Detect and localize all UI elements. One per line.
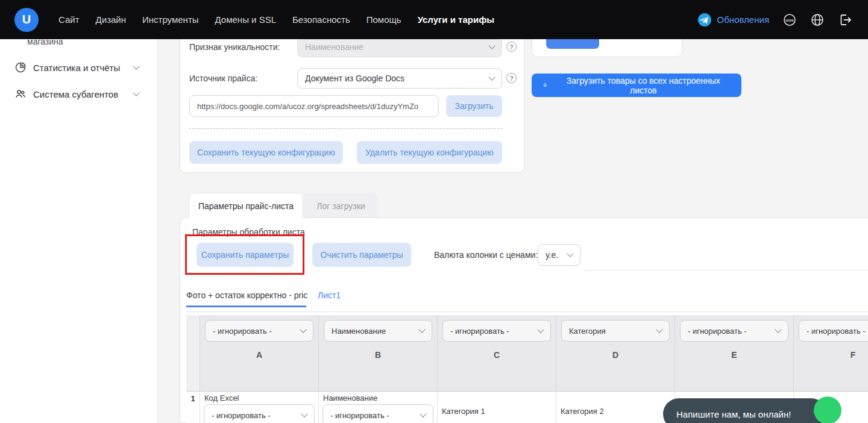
- mapping-value: Категория: [569, 327, 606, 336]
- chevron-down-icon: [418, 326, 425, 333]
- table-cell-d1: Категория 2: [556, 392, 675, 423]
- chat-message: Напишите нам, мы онлайн!: [676, 409, 791, 419]
- row-number-cell: 1: [186, 392, 200, 423]
- clear-params-button[interactable]: Очистить параметры: [312, 243, 411, 267]
- chevron-down-icon: [488, 42, 495, 49]
- header-grid-line: [186, 391, 868, 392]
- column-letter: B: [319, 350, 437, 360]
- column-letter: C: [438, 350, 556, 360]
- cell-text: Категория 2: [561, 407, 604, 416]
- row-number-header: [186, 315, 200, 391]
- chevron-down-icon: [301, 410, 307, 417]
- sidebar-item-label: Система субагентов: [33, 89, 118, 99]
- cell-mapping-select-a1[interactable]: - игнорировать -: [204, 404, 315, 423]
- toolbar-divider: [585, 270, 868, 271]
- chevron-down-icon: [133, 63, 139, 69]
- globe-icon[interactable]: [810, 13, 825, 27]
- column-header-a: - игнорировать - A: [200, 315, 319, 391]
- cell-text: Категория 1: [442, 407, 485, 416]
- pie-chart-icon: [14, 61, 27, 74]
- chevron-down-icon: [537, 326, 544, 333]
- column-letter: E: [675, 350, 793, 360]
- cell-mapping-select-b1[interactable]: - игнорировать -: [322, 404, 433, 423]
- table-cell-c1: Категория 1: [438, 392, 556, 423]
- sidebar-item-subagents[interactable]: Система субагентов: [0, 82, 157, 106]
- delete-config-button[interactable]: Удалить текущую конфигурацию: [357, 141, 502, 164]
- annotation-highlight: [185, 234, 304, 275]
- column-mapping-select-c[interactable]: - игнорировать -: [442, 320, 551, 342]
- mapping-value: - игнорировать -: [450, 327, 509, 336]
- chevron-down-icon: [420, 410, 426, 417]
- sidebar-item-label: Статистика и отчёты: [33, 63, 120, 73]
- ucoz-logo-icon[interactable]: U: [14, 8, 39, 32]
- uniqueness-value: Наименование: [305, 42, 363, 52]
- currency-select[interactable]: у.е.: [538, 244, 580, 266]
- sheet-tabs-divider: [186, 312, 868, 312]
- nav-item-security[interactable]: Безопасность: [292, 14, 350, 25]
- sidebar-item-statistics[interactable]: Статистика и отчёты: [0, 55, 157, 80]
- help-icon[interactable]: ?: [506, 73, 517, 83]
- column-header-c: - игнорировать - C: [438, 315, 556, 391]
- source-value: Документ из Google Docs: [305, 74, 404, 83]
- nav-item-help[interactable]: Помощь: [366, 14, 401, 25]
- mapping-value: - игнорировать -: [212, 411, 271, 420]
- mapping-value: - игнорировать -: [688, 327, 747, 336]
- cell-text: Наименование: [323, 393, 377, 403]
- price-url-input[interactable]: [189, 95, 439, 117]
- chevron-down-icon: [133, 89, 139, 96]
- uniqueness-label: Признак уникальности:: [189, 42, 280, 52]
- column-mapping-select-d[interactable]: Категория: [561, 320, 670, 342]
- nav-item-domains[interactable]: Домены и SSL: [215, 14, 276, 25]
- nav-item-design[interactable]: Дизайн: [96, 14, 126, 25]
- tab-price-list-params[interactable]: Параметры прайс-листа: [189, 193, 303, 218]
- column-mapping-select-a[interactable]: - игнорировать -: [205, 320, 313, 342]
- chevron-down-icon: [488, 74, 495, 80]
- column-mapping-select-e[interactable]: - игнорировать -: [680, 320, 788, 342]
- nav-item-tools[interactable]: Инструменты: [142, 14, 199, 25]
- table-cell-a1: Код Excel - игнорировать -: [200, 392, 319, 423]
- nav-item-services-tariffs[interactable]: Услуги и тарифы: [418, 14, 494, 25]
- column-header-b: Наименование B: [319, 315, 438, 391]
- mapping-value: - игнорировать -: [330, 411, 389, 420]
- chevron-down-icon: [775, 326, 781, 333]
- logout-icon[interactable]: [838, 13, 852, 27]
- sheet-tab-active[interactable]: Фото + остаток корректно - pric: [186, 290, 307, 300]
- column-header-e: - игнорировать - E: [675, 315, 794, 391]
- load-url-button[interactable]: Загрузить: [446, 95, 502, 117]
- load-all-sheets-label: Загрузить товары со всех настроенных лис…: [555, 76, 732, 95]
- updates-label: Обновления: [717, 14, 769, 25]
- sheet-tab-second[interactable]: Лист1: [318, 290, 341, 300]
- chevron-down-icon: [656, 326, 662, 333]
- mapping-value: - игнорировать -: [213, 327, 272, 336]
- column-letter: D: [556, 350, 675, 360]
- price-config-card: Признак уникальности: Наименование ? Ист…: [180, 29, 524, 173]
- table-cell-b1: Наименование - игнорировать -: [319, 392, 438, 423]
- dashed-divider: [189, 128, 502, 129]
- main-menu: Сайт Дизайн Инструменты Домены и SSL Без…: [58, 14, 494, 25]
- source-select[interactable]: Документ из Google Docs: [297, 68, 502, 89]
- tab-load-log[interactable]: Лог загрузки: [304, 193, 378, 218]
- updates-link[interactable]: Обновления: [697, 13, 769, 27]
- currency-label: Валюта колонки с ценами:: [434, 250, 538, 260]
- top-navbar: U Сайт Дизайн Инструменты Домены и SSL Б…: [0, 0, 868, 39]
- navbar-right-group: Обновления www: [697, 13, 852, 27]
- www-icon[interactable]: www: [782, 13, 797, 27]
- chevron-down-icon: [300, 326, 306, 333]
- column-letter: F: [794, 350, 868, 360]
- uniqueness-select[interactable]: Наименование: [297, 37, 502, 57]
- column-mapping-select-f[interactable]: - игнорировать -: [799, 320, 868, 342]
- nav-item-site[interactable]: Сайт: [58, 14, 80, 25]
- chat-widget[interactable]: Напишите нам, мы онлайн!: [663, 398, 827, 423]
- save-config-button[interactable]: Сохранить текущую конфигурацию: [189, 141, 343, 164]
- mapping-value: Наименование: [332, 327, 386, 336]
- column-header-d: Категория D: [556, 315, 675, 391]
- mapping-value: - игнорировать -: [807, 327, 866, 336]
- chat-online-indicator[interactable]: [814, 396, 841, 423]
- load-all-sheets-button[interactable]: Загрузить товары со всех настроенных лис…: [532, 74, 741, 97]
- people-icon: [14, 88, 27, 100]
- cell-text: Код Excel: [204, 393, 239, 403]
- currency-value: у.е.: [546, 250, 558, 260]
- sidebar: магазина Статистика и отчёты Система суб…: [0, 39, 157, 423]
- help-icon[interactable]: ?: [506, 42, 517, 52]
- column-mapping-select-b[interactable]: Наименование: [324, 320, 432, 342]
